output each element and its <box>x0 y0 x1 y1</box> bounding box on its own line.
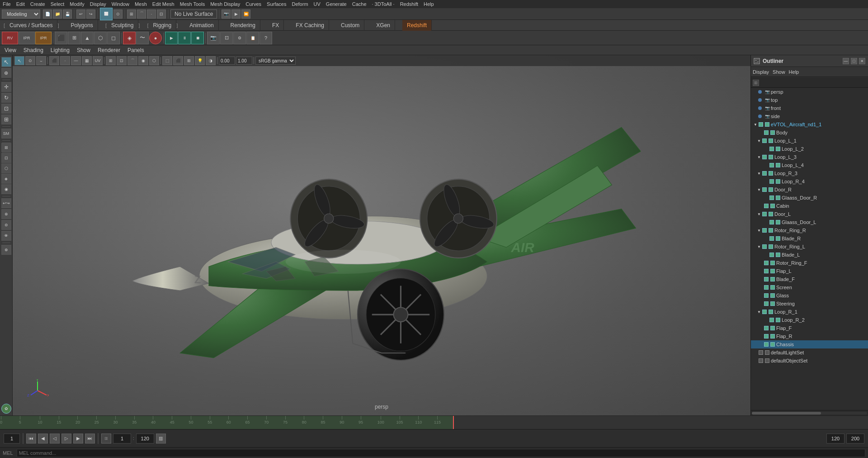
outliner-item-blade-f[interactable]: Blade_F <box>751 275 868 283</box>
outliner-restore-button[interactable]: □ <box>851 58 857 64</box>
menu-curves[interactable]: Curves <box>245 1 261 7</box>
select-mode-button[interactable]: ⬜ <box>100 8 113 20</box>
step-back-button[interactable]: ◀ <box>38 434 48 444</box>
vt-ao[interactable]: ◑ <box>206 56 216 65</box>
coord-x-input[interactable] <box>219 57 235 65</box>
tab-animation[interactable]: Animation <box>185 20 218 31</box>
snap-view-button[interactable]: ⊡ <box>157 10 166 19</box>
tab-redshift[interactable]: Redshift <box>402 20 432 31</box>
outliner-item-loop-l3[interactable]: ▼ Loop_L_3 <box>751 153 868 161</box>
menu-display[interactable]: Display <box>90 1 106 7</box>
outliner-item-default-object-set[interactable]: defaultObjectSet <box>751 357 868 365</box>
tab-sculpting[interactable]: Sculpting <box>107 20 138 31</box>
vt-vertex-mode[interactable]: · <box>60 56 70 65</box>
ipr-r-button[interactable]: IPR <box>35 32 52 44</box>
render-cam-btn[interactable]: 📷 <box>207 32 220 44</box>
tab-xgen[interactable]: XGen <box>372 20 395 31</box>
current-frame-input[interactable] <box>4 434 20 444</box>
oi-expand-loop-r1[interactable]: ▼ <box>756 309 762 315</box>
vt-face-mode[interactable]: ▦ <box>82 56 92 65</box>
menu-create[interactable]: Create <box>30 1 45 7</box>
outliner-item-loop-r3[interactable]: ▼ Loop_R_3 <box>751 169 868 177</box>
outliner-item-side[interactable]: 📷 side <box>751 112 868 120</box>
save-file-button[interactable]: 💾 <box>63 10 72 19</box>
isolate-button[interactable]: 👁 <box>1 231 11 241</box>
snap-button-4[interactable]: ◈ <box>1 174 11 184</box>
vt-wireframe[interactable]: ⬚ <box>162 56 172 65</box>
outliner-item-flap-r[interactable]: Flap_R <box>751 332 868 340</box>
snap-button-2[interactable]: ⊡ <box>1 153 11 163</box>
menu-redshift[interactable]: Redshift <box>400 1 418 7</box>
snap-button-3[interactable]: ⬡ <box>1 163 11 173</box>
outliner-item-flap-f[interactable]: Flap_F <box>751 324 868 332</box>
oi-expand-evtol[interactable]: ▼ <box>753 122 758 127</box>
viewport[interactable]: ↖ ⊙ ⌣ ⬛ · — ▦ UV ⊞ ⊡ ⌒ ◉ ⬡ ⬚ ⬛ ⊞ 💡 ◑ <box>13 55 750 415</box>
mel-input[interactable] <box>17 449 865 457</box>
vt-snap-view[interactable]: ◉ <box>138 56 148 65</box>
tab-polygons[interactable]: Polygons <box>66 20 98 31</box>
light-button[interactable]: ◈ <box>123 32 136 44</box>
paint-select-button[interactable]: ⊕ <box>1 68 11 78</box>
redo-button[interactable]: ↪ <box>86 10 95 19</box>
outliner-close-button[interactable]: ✕ <box>859 58 865 64</box>
menu-cache[interactable]: Cache <box>352 1 367 7</box>
outliner-filter-icon[interactable]: ⊞ <box>753 80 759 86</box>
history-button[interactable]: ↩↪ <box>1 198 11 208</box>
outliner-item-flap-l[interactable]: Flap_L <box>751 267 868 275</box>
menu-modify[interactable]: Modify <box>70 1 84 7</box>
vm-renderer[interactable]: Renderer <box>96 47 122 53</box>
outliner-item-body[interactable]: Body <box>751 129 868 137</box>
outliner-item-steering[interactable]: Steering <box>751 300 868 308</box>
sphere-button[interactable]: ● <box>149 32 162 44</box>
undo-button[interactable]: ↩ <box>76 10 85 19</box>
outliner-item-loop-r1[interactable]: ▼ Loop_R_1 <box>751 308 868 316</box>
oi-expand-loop-r3[interactable]: ▼ <box>756 171 762 176</box>
outliner-item-loop-r4[interactable]: Loop_R_4 <box>751 177 868 186</box>
end-frame-input[interactable] <box>846 434 864 444</box>
outliner-item-loop-r2[interactable]: Loop_R_2 <box>751 316 868 324</box>
oi-expand-loop-l3[interactable]: ▼ <box>756 154 762 160</box>
menu-help[interactable]: Help <box>424 1 434 7</box>
outliner-item-cabin[interactable]: Cabin <box>751 202 868 210</box>
outliner-item-rotor-ring-l[interactable]: ▼ Rotor_Ring_L <box>751 243 868 251</box>
outliner-menu-help[interactable]: Help <box>789 69 799 75</box>
playhead-display[interactable] <box>826 434 844 444</box>
wave-button[interactable]: 〜 <box>136 32 149 44</box>
tab-curves-surfaces[interactable]: Curves / Surfaces <box>5 20 57 31</box>
menu-edit-mesh[interactable]: Edit Mesh <box>152 1 175 7</box>
vt-snap-pt[interactable]: ⊡ <box>117 56 127 65</box>
outliner-item-door-r[interactable]: ▼ Door_R <box>751 186 868 194</box>
snap-button-1[interactable]: ⊞ <box>1 143 11 153</box>
outliner-item-glass-door-l[interactable]: Glaass_Door_L <box>751 218 868 226</box>
vt-snap-surface[interactable]: ⬡ <box>149 56 159 65</box>
constraint-button[interactable]: ⊗ <box>1 209 11 219</box>
gamma-select[interactable]: sRGB gamma <box>255 57 296 65</box>
go-start-button[interactable]: ⏮ <box>26 434 36 444</box>
outliner-item-chassis[interactable]: Chassis <box>751 340 868 348</box>
lasso-select-button[interactable]: ⊙ <box>113 10 123 19</box>
range-preview-end-input[interactable] <box>136 434 154 444</box>
outliner-item-glass[interactable]: Glass <box>751 291 868 300</box>
tab-fx-caching[interactable]: FX Caching <box>291 20 329 31</box>
snap-point-button[interactable]: · <box>147 10 156 19</box>
outliner-item-screen[interactable]: Screen <box>751 283 868 291</box>
render-ipr-2[interactable]: ⏸ <box>178 32 191 44</box>
menu-uv[interactable]: UV <box>314 1 321 7</box>
outliner-item-loop-l4[interactable]: Loop_L_4 <box>751 161 868 169</box>
outliner-item-rotor-ring-r[interactable]: ▼ Rotor_Ring_R <box>751 226 868 234</box>
menu-generate[interactable]: Generate <box>326 1 347 7</box>
render-all-button[interactable]: ⏩ <box>241 10 250 19</box>
soft-mod-button[interactable]: SM <box>1 129 11 138</box>
render-cam-button[interactable]: 📷 <box>222 10 231 19</box>
vt-edge-mode[interactable]: — <box>71 56 81 65</box>
render-help-btn[interactable]: ? <box>259 32 272 44</box>
extra-tool-button[interactable]: ⊕ <box>1 245 11 255</box>
outliner-item-top[interactable]: 📷 top <box>751 96 868 104</box>
preview-range-button[interactable]: ▥ <box>101 434 111 444</box>
shape-plane-button[interactable]: ◻ <box>107 32 120 44</box>
vt-texture[interactable]: ⊞ <box>184 56 194 65</box>
vm-shading[interactable]: Shading <box>22 47 45 53</box>
render-ipr-1[interactable]: ▶ <box>165 32 178 44</box>
ipr-button[interactable]: IPR <box>19 32 35 44</box>
vt-snap-grid[interactable]: ⊞ <box>106 56 116 65</box>
